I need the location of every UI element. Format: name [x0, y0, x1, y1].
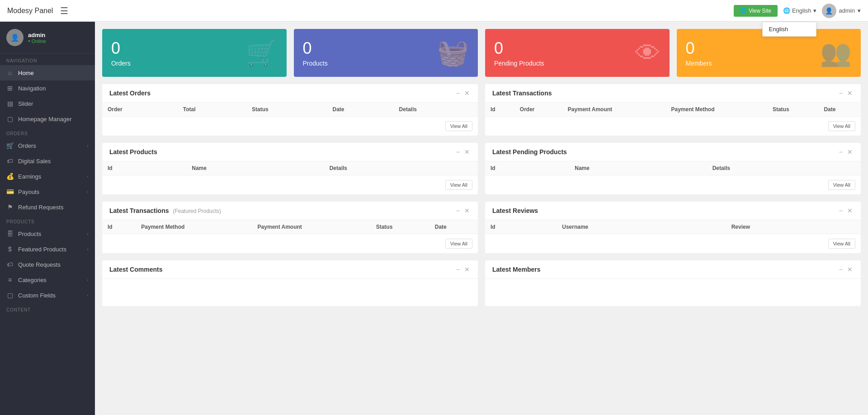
admin-dropdown[interactable]: 👤 admin ▾	[822, 4, 861, 18]
panel-featured-transactions-footer: View All	[102, 234, 478, 253]
sidebar-item-slider-label: Slider	[18, 100, 33, 107]
panel-latest-members-header: Latest Members − ✕	[485, 260, 861, 279]
panels-row-2: Latest Products − ✕ Id Name Details	[102, 143, 861, 194]
panel-latest-products-close[interactable]: ✕	[463, 148, 471, 156]
quote-icon: 🏷	[6, 261, 14, 268]
earnings-arrow-icon: ‹	[87, 174, 89, 179]
sidebar-item-homepage-manager[interactable]: ▢ Homepage Manager	[0, 111, 95, 127]
topbar-left: Modesy Panel ☰	[7, 5, 68, 16]
chevron-down-icon: ▾	[813, 7, 816, 14]
stat-members-icon: 👥	[820, 38, 852, 68]
language-dropdown[interactable]: 🌐 English ▾	[783, 7, 816, 14]
sidebar-item-slider[interactable]: ▤ Slider	[0, 96, 95, 111]
panel-featured-transactions-controls: − ✕	[455, 207, 471, 214]
panel-latest-products-minimize[interactable]: −	[455, 148, 461, 156]
sidebar-item-navigation[interactable]: ⊞ Navigation	[0, 80, 95, 96]
sidebar-item-digital-sales-label: Digital Sales	[18, 158, 51, 165]
sidebar-item-earnings-label: Earnings	[18, 173, 41, 180]
sidebar-products-section-label: PRODUCTS	[0, 215, 95, 226]
sidebar-user-info: admin Online	[28, 32, 46, 44]
hamburger-menu-icon[interactable]: ☰	[60, 5, 68, 16]
col-id: Id	[485, 220, 557, 234]
col-username: Username	[557, 220, 726, 234]
sidebar-item-custom-fields-label: Custom Fields	[18, 292, 56, 299]
panel-latest-comments-close[interactable]: ✕	[463, 266, 471, 273]
sidebar-item-earnings[interactable]: 💰 Earnings ‹	[0, 169, 95, 184]
sidebar-item-categories[interactable]: ≡ Categories ‹	[0, 272, 95, 288]
panel-latest-comments: Latest Comments − ✕	[102, 260, 478, 306]
panel-latest-transactions-close[interactable]: ✕	[846, 90, 854, 97]
topbar: Modesy Panel ☰ View Site 🌐 English ▾ Eng…	[0, 0, 868, 22]
sidebar-item-custom-fields[interactable]: ▢ Custom Fields ‹	[0, 288, 95, 303]
language-dropdown-container: 🌐 English ▾ English	[783, 7, 816, 14]
col-name: Name	[186, 161, 324, 175]
globe-icon: 🌐	[783, 7, 790, 14]
sidebar-item-products[interactable]: 🗄 Products ‹	[0, 226, 95, 241]
sidebar-item-quote-requests[interactable]: 🏷 Quote Requests	[0, 257, 95, 272]
latest-orders-view-all-button[interactable]: View All	[445, 121, 472, 131]
sidebar-item-payouts[interactable]: 💳 Payouts ‹	[0, 184, 95, 199]
panel-featured-transactions-minimize[interactable]: −	[455, 207, 461, 214]
panel-latest-orders-minimize[interactable]: −	[455, 90, 461, 97]
panel-latest-reviews-close[interactable]: ✕	[846, 207, 854, 214]
panel-latest-members-close[interactable]: ✕	[846, 266, 854, 273]
language-option-english[interactable]: English	[763, 22, 816, 36]
sidebar-item-refund-requests[interactable]: ⚑ Refund Requests	[0, 199, 95, 215]
main-content: 0 Orders 🛒 0 Products 🧺 0 Pending Produc…	[95, 22, 868, 415]
admin-label: admin	[839, 7, 855, 14]
panel-latest-pending-header: Latest Pending Products − ✕	[485, 143, 861, 161]
panel-latest-pending-minimize[interactable]: −	[838, 148, 844, 156]
col-review: Review	[726, 220, 861, 234]
stat-orders-icon: 🛒	[246, 38, 278, 68]
col-order: Order	[514, 103, 562, 117]
stat-pending-number: 0	[494, 39, 544, 58]
panel-latest-members-body	[485, 279, 861, 306]
panel-latest-reviews-table: Id Username Review	[485, 220, 861, 234]
panel-latest-reviews-minimize[interactable]: −	[838, 207, 844, 214]
sidebar-item-digital-sales[interactable]: 🏷 Digital Sales	[0, 153, 95, 169]
latest-pending-view-all-button[interactable]: View All	[828, 180, 855, 190]
stat-card-orders: 0 Orders 🛒	[102, 29, 287, 77]
latest-products-view-all-button[interactable]: View All	[445, 180, 472, 190]
panel-latest-orders-close[interactable]: ✕	[463, 90, 471, 97]
col-id: Id	[102, 161, 186, 175]
brand-modesy: Modesy	[7, 7, 33, 14]
panel-latest-comments-header: Latest Comments − ✕	[102, 260, 478, 279]
featured-transactions-view-all-button[interactable]: View All	[445, 239, 472, 249]
digital-sales-icon: 🏷	[6, 157, 14, 165]
panel-latest-reviews-controls: − ✕	[838, 207, 854, 214]
brand-subtitle: Panel	[33, 7, 53, 14]
panel-latest-transactions-minimize[interactable]: −	[838, 90, 844, 97]
panel-latest-comments-controls: − ✕	[455, 266, 471, 273]
sidebar-item-quote-label: Quote Requests	[18, 261, 61, 268]
panel-latest-products-header: Latest Products − ✕	[102, 143, 478, 161]
panel-latest-pending-table: Id Name Details	[485, 161, 861, 175]
latest-reviews-view-all-button[interactable]: View All	[828, 239, 855, 249]
sidebar-item-featured-products[interactable]: $ Featured Products ‹	[0, 241, 95, 257]
stat-pending-icon: 👁	[635, 38, 660, 68]
panel-latest-comments-minimize[interactable]: −	[455, 266, 461, 273]
stat-products-label: Products	[303, 60, 328, 67]
custom-fields-icon: ▢	[6, 292, 14, 299]
col-status: Status	[246, 103, 327, 117]
latest-transactions-view-all-button[interactable]: View All	[828, 121, 855, 131]
sidebar-item-payouts-label: Payouts	[18, 189, 39, 195]
sidebar-nav-section-label: NAVIGATION	[0, 54, 95, 65]
orders-icon: 🛒	[6, 142, 14, 149]
col-status: Status	[767, 103, 819, 117]
sidebar-item-home[interactable]: ⌂ Home	[0, 65, 95, 80]
panel-featured-transactions-title-text: Latest Transactions	[109, 207, 169, 214]
panel-latest-orders-header: Latest Orders − ✕	[102, 84, 478, 103]
sidebar-item-slider-left: ▤ Slider	[6, 100, 33, 107]
stats-row: 0 Orders 🛒 0 Products 🧺 0 Pending Produc…	[102, 29, 861, 77]
stat-card-pending: 0 Pending Products 👁	[485, 29, 670, 77]
sidebar-item-navigation-label: Navigation	[18, 85, 46, 92]
col-id: Id	[485, 161, 569, 175]
sidebar-item-home-label: Home	[18, 70, 34, 76]
view-site-button[interactable]: View Site	[734, 5, 778, 17]
panel-featured-transactions-close[interactable]: ✕	[463, 207, 471, 214]
sidebar-item-orders[interactable]: 🛒 Orders ‹	[0, 138, 95, 153]
payouts-arrow-icon: ‹	[87, 189, 89, 194]
panel-latest-members-minimize[interactable]: −	[838, 266, 844, 273]
panel-latest-pending-close[interactable]: ✕	[846, 148, 854, 156]
